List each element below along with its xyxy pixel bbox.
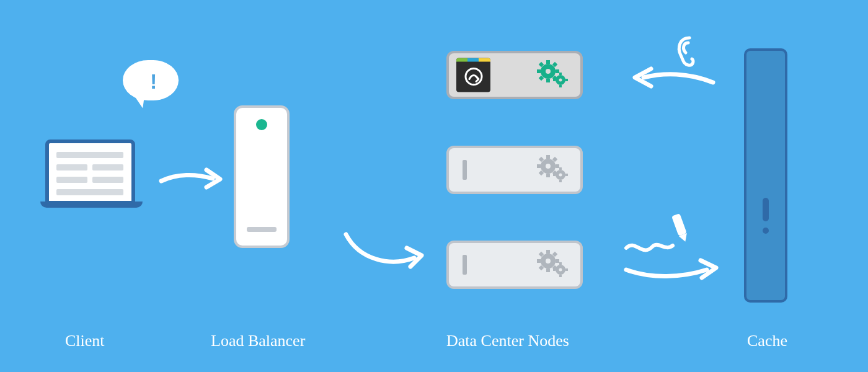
svg-rect-49 [671, 213, 687, 236]
laptop-base [40, 202, 143, 208]
gears-icon [537, 250, 568, 280]
cache-store [744, 48, 787, 303]
arrow-cache-to-nodes [635, 69, 713, 86]
pencil-icon [671, 213, 689, 243]
svg-rect-3 [546, 60, 550, 64]
arrow-nodes-to-cache [626, 260, 716, 278]
gears-icon [537, 60, 568, 90]
svg-rect-38 [556, 259, 559, 263]
device-status-led [256, 119, 267, 130]
client-request-bubble: ! [123, 60, 179, 107]
svg-point-18 [546, 164, 551, 169]
svg-rect-19 [546, 155, 550, 159]
svg-rect-6 [556, 69, 559, 73]
label-load-balancer: Load Balancer [211, 332, 305, 350]
gears-icon [537, 155, 568, 185]
svg-rect-4 [546, 79, 550, 82]
ear-icon [679, 38, 693, 65]
device-slot [247, 227, 277, 232]
svg-point-34 [546, 259, 551, 264]
scribble-icon [626, 245, 673, 250]
svg-point-12 [559, 79, 562, 82]
svg-rect-31 [553, 174, 556, 176]
load-balancer-device [234, 105, 290, 248]
svg-rect-13 [559, 73, 562, 75]
svg-rect-46 [559, 275, 562, 277]
svg-point-44 [559, 268, 562, 272]
server-node-2 [446, 146, 583, 194]
svg-point-2 [546, 69, 551, 74]
svg-rect-21 [537, 164, 541, 168]
link-icon [463, 66, 484, 87]
svg-rect-16 [565, 79, 568, 81]
label-cache: Cache [747, 332, 787, 350]
label-client: Client [65, 332, 105, 350]
arrow-lb-to-nodes [341, 229, 434, 279]
svg-rect-14 [559, 85, 562, 87]
exclamation-mark: ! [150, 69, 157, 94]
svg-rect-36 [546, 268, 550, 272]
svg-rect-37 [537, 259, 541, 263]
svg-point-28 [559, 174, 562, 177]
svg-rect-22 [556, 164, 559, 168]
svg-rect-20 [546, 174, 550, 177]
app-badge [456, 58, 490, 92]
exclamation-mark [763, 198, 769, 221]
svg-rect-35 [546, 250, 550, 254]
svg-rect-15 [553, 79, 556, 81]
svg-rect-32 [565, 174, 568, 176]
svg-rect-48 [565, 268, 568, 271]
svg-rect-47 [553, 268, 556, 271]
architecture-diagram: ! [0, 0, 868, 372]
svg-rect-29 [559, 167, 562, 170]
svg-point-0 [466, 69, 482, 85]
laptop-screen [45, 140, 135, 205]
server-node-3 [446, 241, 583, 289]
listen-connection [620, 34, 725, 102]
client-laptop [40, 140, 143, 226]
label-data-center-nodes: Data Center Nodes [446, 332, 569, 350]
server-node-1 [446, 51, 583, 99]
svg-rect-30 [559, 180, 562, 182]
write-connection [614, 211, 732, 285]
svg-rect-45 [559, 262, 562, 265]
svg-rect-5 [537, 69, 541, 73]
arrow-client-to-lb [158, 162, 226, 200]
